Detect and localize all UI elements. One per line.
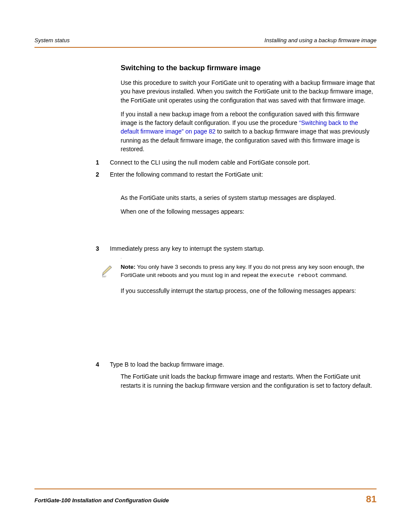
step-2-followup-b: When one of the following messages appea…: [121, 207, 377, 216]
main-content: Switching to the backup firmware image U…: [121, 63, 377, 390]
step-number: 3: [93, 245, 110, 253]
header-left-section: System status: [34, 37, 70, 44]
step-4-followup: The FortiGate unit loads the backup firm…: [121, 372, 377, 390]
page-header: System status Installing and using a bac…: [34, 37, 377, 48]
note-pencil-icon: [101, 263, 121, 280]
step-text: Immediately press any key to interrupt t…: [110, 245, 377, 253]
intro-paragraph-1: Use this procedure to switch your FortiG…: [121, 78, 377, 105]
step-text: Enter the following command to restart t…: [110, 171, 377, 179]
header-right-section: Installing and using a backup firmware i…: [265, 37, 377, 44]
page-number: 81: [366, 493, 377, 506]
page-footer: FortiGate-100 Installation and Configura…: [34, 488, 377, 506]
step-1: 1 Connect to the CLI using the null mode…: [121, 159, 377, 167]
step-3: 3 Immediately press any key to interrupt…: [121, 245, 377, 253]
step-number: 1: [93, 159, 110, 167]
section-heading: Switching to the backup firmware image: [121, 63, 377, 73]
step-number: 2: [93, 171, 110, 179]
step-text: Type B to load the backup firmware image…: [110, 361, 377, 369]
footer-doc-title: FortiGate-100 Installation and Configura…: [34, 497, 169, 504]
note-text: Note: You only have 3 seconds to press a…: [121, 263, 377, 280]
step-text: Connect to the CLI using the null modem …: [110, 159, 377, 167]
step-2: 2 Enter the following command to restart…: [121, 171, 377, 179]
step-3-followup: If you successfully interrupt the startu…: [121, 286, 377, 295]
small-dot: .: [121, 255, 377, 260]
note-callout: Note: You only have 3 seconds to press a…: [101, 263, 377, 280]
step-2-followup-a: As the FortiGate units starts, a series …: [121, 193, 377, 202]
intro-paragraph-2: If you install a new backup image from a…: [121, 110, 377, 153]
step-number: 4: [93, 361, 110, 369]
command-text: execute reboot: [270, 272, 318, 279]
step-4: 4 Type B to load the backup firmware ima…: [121, 361, 377, 369]
